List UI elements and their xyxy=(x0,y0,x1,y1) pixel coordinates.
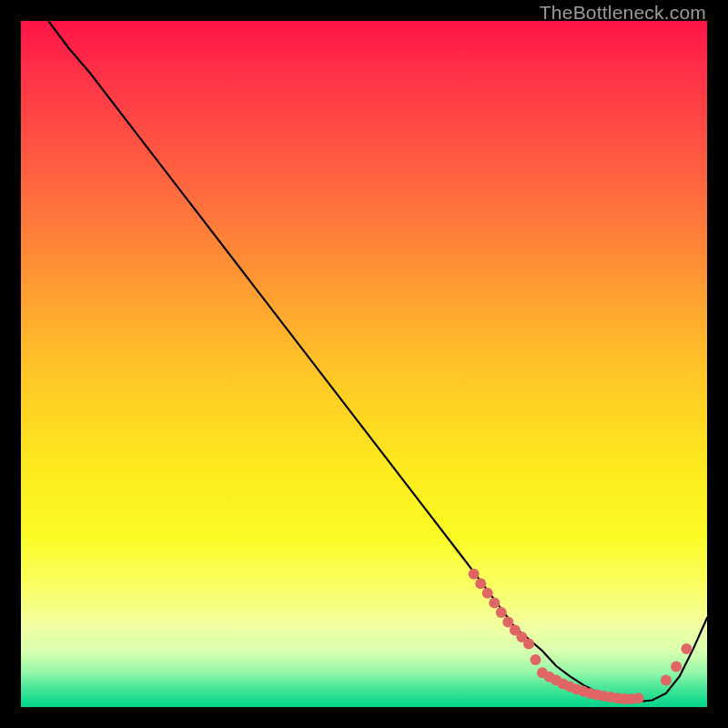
chart-svg xyxy=(21,21,707,707)
data-point-marker xyxy=(475,578,486,589)
curve-layer xyxy=(48,21,707,702)
watermark-text: TheBottleneck.com xyxy=(540,2,706,24)
data-point-marker xyxy=(661,675,672,686)
data-point-marker xyxy=(469,569,480,580)
data-point-marker xyxy=(681,643,692,654)
data-point-marker xyxy=(671,662,682,672)
data-point-marker xyxy=(496,607,507,618)
data-point-marker xyxy=(482,588,493,599)
data-point-marker xyxy=(489,597,500,608)
chart-frame: TheBottleneck.com xyxy=(0,0,728,728)
data-point-marker xyxy=(633,693,644,703)
bottleneck-curve xyxy=(48,21,707,702)
data-point-marker xyxy=(523,639,534,650)
chart-plot-area xyxy=(21,21,707,707)
data-point-marker xyxy=(531,654,541,665)
